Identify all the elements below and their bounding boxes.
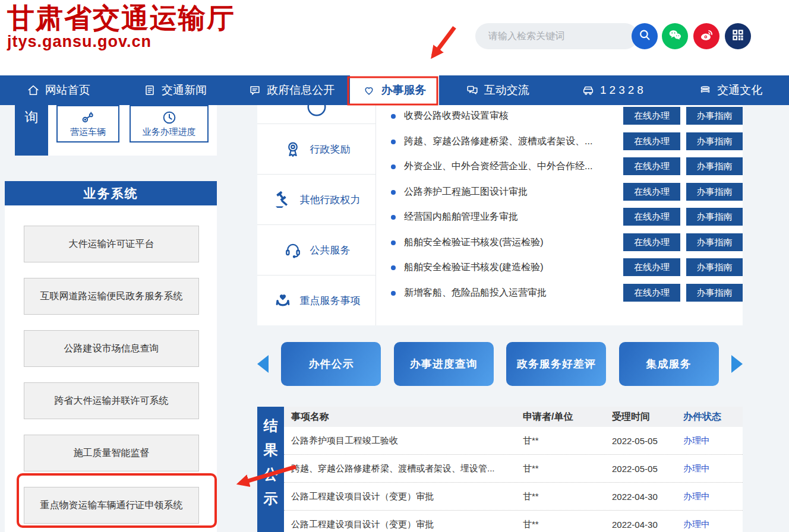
qrcode-icon [730,27,746,45]
quick-link-label: 业务办理进度 [143,126,196,138]
system-link-button[interactable]: 施工质量智能监督 [24,435,199,471]
online-handle-button[interactable]: 在线办理 [623,258,680,276]
service-guide-button[interactable]: 办事指南 [686,107,743,125]
results-table-panel: 事项名称 申请者/单位 受理时间 办件状态 公路养护项目工程竣工验收 甘** 2… [284,407,743,532]
clock-icon [161,109,178,126]
service-guide-button[interactable]: 办事指南 [686,183,743,201]
category-column: 行政奖励 其他行政权力 公共服务 重点服务事项 [257,105,376,325]
system-link-button[interactable]: 重点物资运输车辆通行证申领系统 [24,487,199,524]
nav-item-label: 互动交流 [484,83,529,98]
service-name-link[interactable]: 收费公路收费站设置审核 [404,110,629,122]
online-handle-button[interactable]: 在线办理 [623,208,680,226]
row-status-link[interactable]: 办理中 [676,519,743,530]
search-input[interactable] [475,23,638,49]
news-icon [143,84,156,97]
online-handle-button[interactable]: 在线办理 [623,233,680,251]
vertical-title-char: 结 [264,419,278,433]
gavel-icon [273,190,292,209]
logo-title: 甘肃省交通运输厅 [7,4,235,34]
carousel-prev-arrow-icon[interactable] [257,355,269,373]
nav-item-hotline[interactable]: 12328 [556,75,672,105]
row-applicant: 甘** [516,491,605,502]
nav-item-label: 网站首页 [45,83,90,98]
online-handle-button[interactable]: 在线办理 [623,284,680,302]
online-handle-button[interactable]: 在线办理 [623,183,680,201]
nav-item-services[interactable]: 办事服务 [350,75,439,105]
bullet-icon [391,240,396,245]
row-applicant: 甘** [516,463,605,474]
vertical-title-char: 果 [264,443,278,457]
online-handle-button[interactable]: 在线办理 [623,132,680,150]
car-icon [582,84,595,97]
service-name-link[interactable]: 新增客船、危险品船投入运营审批 [404,287,629,299]
category-item-admin-reward[interactable]: 行政奖励 [257,124,376,174]
row-item-name[interactable]: 公路工程建设项目设计（变更）审批 [284,491,516,502]
row-status-link[interactable]: 办理中 [676,463,743,474]
quick-action-button[interactable]: 集成服务 [619,342,719,386]
system-link-button[interactable]: 互联网道路运输便民政务服务系统 [24,278,199,315]
weibo-button[interactable] [693,23,719,49]
quick-action-button[interactable]: 办事进度查询 [394,342,494,386]
bullet-icon [391,114,396,119]
service-name-link[interactable]: 船舶安全检验证书核发(营运检验) [404,236,629,249]
service-guide-button[interactable]: 办事指南 [686,208,743,226]
service-guide-button[interactable]: 办事指南 [686,284,743,302]
headset-icon [283,240,302,259]
qrcode-button[interactable] [725,23,751,49]
category-item-key-services[interactable]: 重点服务事项 [257,275,376,325]
main-nav: 网站首页 交通新闻 政府信息公开 办事服务 互动交流 12328 交通文化 [0,75,789,105]
search-button[interactable] [632,23,658,49]
row-status-link[interactable]: 办理中 [676,491,743,502]
bullet-icon [391,265,396,270]
category-item-other-admin-power[interactable]: 其他行政权力 [257,174,376,224]
system-link-button[interactable]: 大件运输许可证平台 [24,226,199,262]
medal-icon [283,140,302,159]
category-item-public-service[interactable]: 公共服务 [257,224,376,275]
info-icon [248,84,261,97]
wechat-icon [667,27,683,45]
quick-action-button[interactable]: 政务服务好差评 [506,342,606,386]
nav-item-news[interactable]: 交通新闻 [116,75,233,105]
service-name-link[interactable]: 公路养护工程施工图设计审批 [404,186,629,198]
query-vertical-tab[interactable]: 询 [15,105,48,156]
service-guide-button[interactable]: 办事指南 [686,258,743,276]
online-handle-button[interactable]: 在线办理 [623,107,680,125]
category-label: 公共服务 [310,243,351,257]
column-header: 办件状态 [676,411,743,423]
service-name-link[interactable]: 外资企业、中外合资经营企业、中外合作经... [404,160,629,173]
service-guide-button[interactable]: 办事指南 [686,233,743,251]
category-label: 其他行政权力 [300,193,361,207]
bullet-icon [391,291,396,296]
quick-link-business-progress[interactable]: 业务办理进度 [130,105,209,142]
table-row: 公路养护项目工程竣工验收 甘** 2022-05-05 办理中 [284,427,743,455]
online-handle-button[interactable]: 在线办理 [623,157,680,175]
clipped-category-item[interactable] [257,105,376,124]
bullet-icon [391,215,396,220]
quick-action-button[interactable]: 办件公示 [281,342,381,386]
nav-item-gov-info[interactable]: 政府信息公开 [233,75,350,105]
quick-link-operating-vehicles[interactable]: 营运车辆 [56,105,119,142]
carousel-next-arrow-icon[interactable] [731,355,743,373]
weibo-icon [699,27,714,45]
service-guide-button[interactable]: 办事指南 [686,132,743,150]
nav-item-label: 办事服务 [381,83,426,98]
nav-item-home[interactable]: 网站首页 [0,75,116,105]
system-link-button[interactable]: 公路建设市场信息查询 [24,330,199,367]
row-item-name[interactable]: 公路工程建设项目设计（变更）审批 [284,519,516,530]
row-accept-date: 2022-04-30 [605,492,676,502]
nav-item-culture[interactable]: 交通文化 [673,75,789,105]
system-link-button[interactable]: 跨省大件运输并联许可系统 [24,382,199,419]
business-systems-panel: 大件运输许可证平台互联网道路运输便民政务服务系统公路建设市场信息查询跨省大件运输… [5,205,217,532]
column-header: 事项名称 [284,411,516,423]
service-name-link[interactable]: 经营国内船舶管理业务审批 [404,211,629,223]
logo-url: jtys.gansu.gov.cn [7,33,235,51]
wechat-button[interactable] [662,23,688,49]
row-status-link[interactable]: 办理中 [676,435,743,446]
row-item-name[interactable]: 跨越、穿越公路修建桥梁、渡槽或者架设、埋设管... [284,463,516,474]
nav-item-label: 12328 [600,84,646,97]
service-name-link[interactable]: 船舶安全检验证书核发(建造检验) [404,261,629,274]
nav-item-interaction[interactable]: 互动交流 [439,75,556,105]
row-item-name[interactable]: 公路养护项目工程竣工验收 [284,435,516,446]
service-name-link[interactable]: 跨越、穿越公路修建桥梁、渡槽或者架设、... [404,135,629,148]
service-guide-button[interactable]: 办事指南 [686,157,743,175]
